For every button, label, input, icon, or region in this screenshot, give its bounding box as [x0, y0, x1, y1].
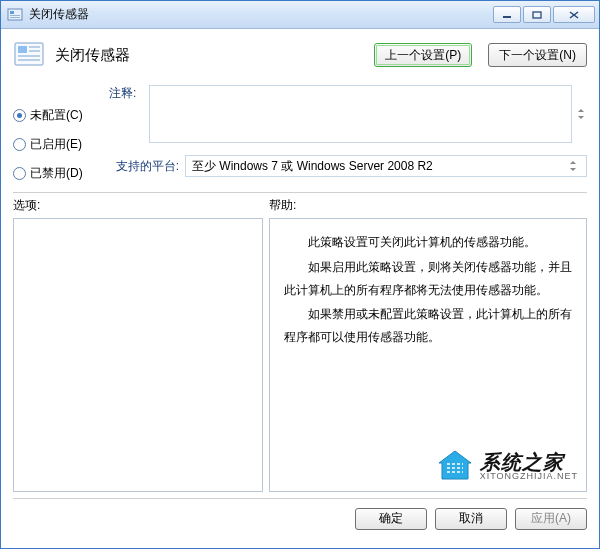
supported-label: 支持的平台:: [109, 158, 179, 175]
help-paragraph: 此策略设置可关闭此计算机的传感器功能。: [284, 231, 572, 254]
svg-rect-3: [10, 17, 20, 18]
close-button[interactable]: [553, 6, 595, 23]
svg-rect-1: [10, 11, 14, 14]
radio-dot-icon: [13, 167, 26, 180]
watermark: 系统之家 XITONGZHIJIA.NET: [436, 449, 578, 483]
supported-scroll[interactable]: [570, 161, 580, 171]
radio-enabled[interactable]: 已启用(E): [13, 136, 103, 153]
client-area: 关闭传感器 上一个设置(P) 下一个设置(N) 未配置(C) 已启用(E): [1, 29, 599, 548]
svg-rect-12: [29, 46, 40, 48]
help-panel[interactable]: 此策略设置可关闭此计算机的传感器功能。 如果启用此策略设置，则将关闭传感器功能，…: [269, 218, 587, 492]
minimize-button[interactable]: [493, 6, 521, 23]
radio-dot-icon: [13, 138, 26, 151]
watermark-text: 系统之家: [480, 452, 578, 472]
svg-rect-9: [18, 46, 27, 53]
policy-title: 关闭传感器: [55, 46, 364, 65]
next-setting-button[interactable]: 下一个设置(N): [488, 43, 587, 67]
radio-label: 已禁用(D): [30, 165, 83, 182]
separator: [13, 192, 587, 193]
svg-marker-15: [439, 451, 471, 479]
config-area: 未配置(C) 已启用(E) 已禁用(D) 注释:: [13, 85, 587, 182]
svg-rect-2: [10, 15, 20, 16]
radio-disabled[interactable]: 已禁用(D): [13, 165, 103, 182]
previous-setting-button[interactable]: 上一个设置(P): [374, 43, 472, 67]
titlebar-title: 关闭传感器: [29, 6, 491, 23]
svg-rect-0: [8, 9, 22, 20]
supported-on-text: 至少 Windows 7 或 Windows Server 2008 R2: [192, 158, 433, 175]
apply-button[interactable]: 应用(A): [515, 508, 587, 530]
cancel-button[interactable]: 取消: [435, 508, 507, 530]
supported-on-field: 至少 Windows 7 或 Windows Server 2008 R2: [185, 155, 587, 177]
ok-button[interactable]: 确定: [355, 508, 427, 530]
dialog-window: 关闭传感器 关闭传感器 上一个设置(P) 下一个设置(N) 未配置(C): [0, 0, 600, 549]
radio-label: 未配置(C): [30, 107, 83, 124]
maximize-button[interactable]: [523, 6, 551, 23]
svg-marker-14: [439, 451, 471, 479]
options-panel[interactable]: [13, 218, 263, 492]
comment-textarea[interactable]: [149, 85, 573, 143]
radio-label: 已启用(E): [30, 136, 82, 153]
header-row: 关闭传感器 上一个设置(P) 下一个设置(N): [13, 39, 587, 71]
options-label: 选项:: [13, 197, 269, 214]
help-paragraph: 如果启用此策略设置，则将关闭传感器功能，并且此计算机上的所有程序都将无法使用传感…: [284, 256, 572, 302]
help-label: 帮助:: [269, 197, 296, 214]
lower-panels: 此策略设置可关闭此计算机的传感器功能。 如果启用此策略设置，则将关闭传感器功能，…: [13, 218, 587, 492]
watermark-url: XITONGZHIJIA.NET: [480, 472, 578, 481]
radio-column: 未配置(C) 已启用(E) 已禁用(D): [13, 85, 103, 182]
svg-rect-5: [533, 12, 541, 18]
radio-dot-icon: [13, 109, 26, 122]
svg-rect-13: [29, 50, 40, 52]
house-icon: [436, 449, 474, 483]
comment-scroll[interactable]: [578, 109, 587, 119]
radio-not-configured[interactable]: 未配置(C): [13, 107, 103, 124]
svg-rect-11: [18, 59, 40, 61]
svg-rect-4: [503, 16, 511, 18]
app-icon: [7, 7, 23, 23]
svg-rect-10: [18, 55, 40, 57]
help-paragraph: 如果禁用或未配置此策略设置，此计算机上的所有程序都可以使用传感器功能。: [284, 303, 572, 349]
titlebar: 关闭传感器: [1, 1, 599, 29]
lower-headers: 选项: 帮助:: [13, 197, 587, 214]
policy-icon: [13, 39, 45, 71]
comment-label: 注释:: [109, 85, 143, 143]
button-bar: 确定 取消 应用(A): [13, 498, 587, 538]
